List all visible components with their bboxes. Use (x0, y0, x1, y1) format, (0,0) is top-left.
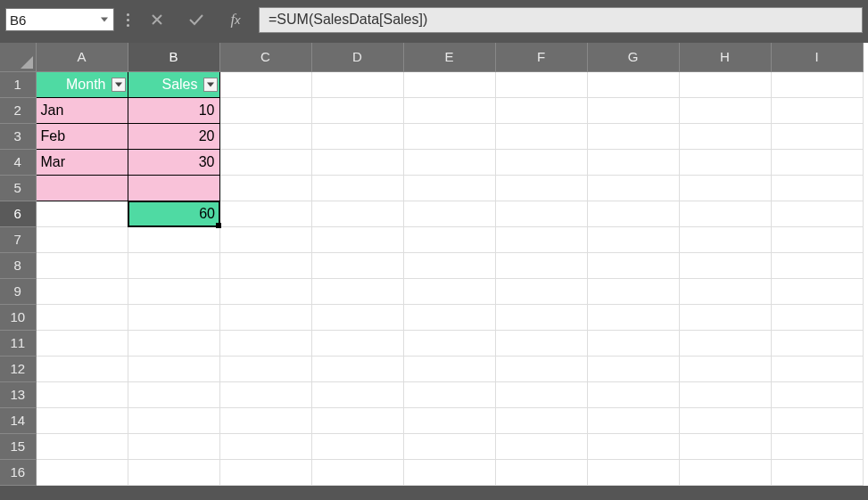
col-header-H[interactable]: H (679, 43, 771, 71)
cell-H5[interactable] (679, 175, 771, 201)
col-header-D[interactable]: D (311, 43, 403, 71)
cell-A11[interactable] (36, 330, 128, 356)
cell-I6[interactable] (771, 201, 863, 226)
cell-G7[interactable] (587, 226, 679, 252)
cell-G5[interactable] (587, 175, 679, 201)
cell-B4[interactable]: 30 (128, 149, 219, 175)
cell-H7[interactable] (679, 226, 771, 252)
cell-B13[interactable] (128, 381, 219, 407)
col-header-B[interactable]: B (128, 43, 219, 71)
cell-E14[interactable] (403, 407, 495, 433)
cell-G6[interactable] (587, 201, 679, 226)
cell-D3[interactable] (311, 123, 403, 149)
cell-A8[interactable] (36, 252, 128, 278)
row-header-5[interactable]: 5 (0, 175, 36, 201)
row-header-9[interactable]: 9 (0, 278, 36, 304)
cell-G14[interactable] (587, 407, 679, 433)
cell-E12[interactable] (403, 356, 495, 381)
cell-B1[interactable]: Sales (128, 71, 219, 97)
cell-A13[interactable] (36, 381, 128, 407)
cell-D2[interactable] (311, 97, 403, 123)
cell-F1[interactable] (495, 71, 587, 97)
cell-A4[interactable]: Mar (36, 149, 128, 175)
cell-A3[interactable]: Feb (36, 123, 128, 149)
cell-E4[interactable] (403, 149, 495, 175)
cell-I14[interactable] (771, 407, 863, 433)
row-header-16[interactable]: 16 (0, 459, 36, 485)
cell-F16[interactable] (495, 459, 587, 485)
cell-I3[interactable] (771, 123, 863, 149)
cell-G12[interactable] (587, 356, 679, 381)
cell-F10[interactable] (495, 304, 587, 330)
row-header-4[interactable]: 4 (0, 149, 36, 175)
select-all-corner[interactable] (0, 43, 36, 71)
cell-H16[interactable] (679, 459, 771, 485)
cell-B12[interactable] (128, 356, 219, 381)
name-box-dropdown-icon[interactable] (99, 9, 110, 30)
cell-F12[interactable] (495, 356, 587, 381)
name-box[interactable]: B6 (5, 8, 114, 31)
cell-H12[interactable] (679, 356, 771, 381)
cell-G15[interactable] (587, 433, 679, 459)
cell-E9[interactable] (403, 278, 495, 304)
filter-button-B[interactable] (203, 78, 218, 92)
cell-D12[interactable] (311, 356, 403, 381)
row-header-11[interactable]: 11 (0, 330, 36, 356)
cell-H1[interactable] (679, 71, 771, 97)
cell-H14[interactable] (679, 407, 771, 433)
cell-B7[interactable] (128, 226, 219, 252)
cell-E7[interactable] (403, 226, 495, 252)
cell-B10[interactable] (128, 304, 219, 330)
cell-B15[interactable] (128, 433, 219, 459)
cell-A1[interactable]: Month (36, 71, 128, 97)
cell-G2[interactable] (587, 97, 679, 123)
cell-F13[interactable] (495, 381, 587, 407)
cell-D16[interactable] (311, 459, 403, 485)
row-header-3[interactable]: 3 (0, 123, 36, 149)
row-header-12[interactable]: 12 (0, 356, 36, 381)
cell-H6[interactable] (679, 201, 771, 226)
cell-A2[interactable]: Jan (36, 97, 128, 123)
cell-I8[interactable] (771, 252, 863, 278)
col-header-A[interactable]: A (36, 43, 128, 71)
cell-G10[interactable] (587, 304, 679, 330)
cell-H3[interactable] (679, 123, 771, 149)
cell-I1[interactable] (771, 71, 863, 97)
cell-D7[interactable] (311, 226, 403, 252)
cell-B6[interactable]: 60 (128, 201, 219, 226)
cell-C12[interactable] (219, 356, 311, 381)
row-header-2[interactable]: 2 (0, 97, 36, 123)
cell-E15[interactable] (403, 433, 495, 459)
col-header-I[interactable]: I (771, 43, 863, 71)
cell-F14[interactable] (495, 407, 587, 433)
cell-B16[interactable] (128, 459, 219, 485)
cell-I7[interactable] (771, 226, 863, 252)
cell-G13[interactable] (587, 381, 679, 407)
cell-C4[interactable] (219, 149, 311, 175)
cell-C8[interactable] (219, 252, 311, 278)
cell-G3[interactable] (587, 123, 679, 149)
cell-I9[interactable] (771, 278, 863, 304)
cell-A7[interactable] (36, 226, 128, 252)
cell-D14[interactable] (311, 407, 403, 433)
enter-formula-button[interactable] (180, 8, 212, 31)
cell-C14[interactable] (219, 407, 311, 433)
cell-B2[interactable]: 10 (128, 97, 219, 123)
cell-G9[interactable] (587, 278, 679, 304)
cell-I11[interactable] (771, 330, 863, 356)
cell-I5[interactable] (771, 175, 863, 201)
cell-D8[interactable] (311, 252, 403, 278)
row-header-8[interactable]: 8 (0, 252, 36, 278)
row-header-14[interactable]: 14 (0, 407, 36, 433)
col-header-G[interactable]: G (587, 43, 679, 71)
cell-I2[interactable] (771, 97, 863, 123)
cell-A16[interactable] (36, 459, 128, 485)
cell-C2[interactable] (219, 97, 311, 123)
formula-input[interactable]: =SUM(SalesData[Sales]) (259, 7, 863, 33)
cancel-formula-button[interactable] (141, 8, 173, 31)
cell-D6[interactable] (311, 201, 403, 226)
cell-I10[interactable] (771, 304, 863, 330)
row-header-7[interactable]: 7 (0, 226, 36, 252)
col-header-E[interactable]: E (403, 43, 495, 71)
cell-I13[interactable] (771, 381, 863, 407)
